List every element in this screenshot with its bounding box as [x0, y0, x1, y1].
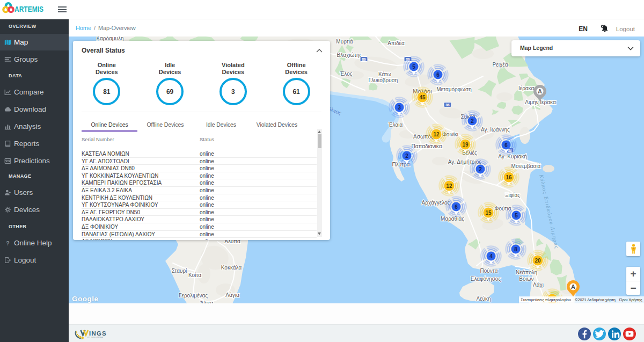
svg-text:6: 6: [455, 204, 458, 210]
svg-text:Κάτω: Κάτω: [378, 71, 391, 77]
svg-text:ICT SOLUTIONS: ICT SOLUTIONS: [87, 337, 104, 339]
svg-text:Ρειχέα: Ρειχέα: [493, 62, 508, 68]
svg-text:Βοιών: Βοιών: [519, 276, 533, 282]
svg-text:You: You: [628, 332, 631, 334]
svg-text:3: 3: [398, 105, 401, 111]
svg-text:86: 86: [362, 57, 366, 61]
svg-text:6: 6: [504, 142, 508, 148]
svg-text:Έλος: Έλος: [339, 71, 352, 77]
svg-text:16: 16: [506, 174, 512, 180]
svg-text:Πούντα: Πούντα: [480, 268, 498, 274]
svg-text:Μεταμόρφωση: Μεταμόρφωση: [436, 86, 471, 92]
svg-text:A: A: [538, 88, 542, 94]
svg-text:15: 15: [485, 210, 492, 216]
svg-text:Γερολιμένας: Γερολιμένας: [179, 293, 208, 299]
svg-text:2: 2: [471, 118, 474, 124]
svg-text:Λάχι: Λάχι: [533, 282, 544, 288]
svg-text:Έλαια: Έλαια: [388, 122, 403, 128]
svg-text:2: 2: [479, 166, 482, 172]
svg-text:45: 45: [419, 94, 426, 100]
svg-text:Λάγια: Λάγια: [225, 292, 239, 298]
svg-text:5: 5: [412, 64, 415, 70]
svg-text:Ξιφίας: Ξιφίας: [505, 192, 520, 198]
svg-text:Ελαφόνησος: Ελαφόνησος: [471, 276, 501, 282]
svg-text:Κοκκάλα: Κοκκάλα: [221, 265, 242, 271]
svg-text:5: 5: [515, 213, 518, 219]
svg-text:8: 8: [514, 246, 517, 252]
svg-text:Μονεμβασιά: Μονεμβασιά: [511, 163, 541, 169]
svg-text:20: 20: [535, 258, 541, 264]
svg-text:Αγ. Ιωάννης: Αγ. Ιωάννης: [481, 127, 510, 133]
svg-text:?: ?: [6, 239, 9, 246]
svg-text:2: 2: [405, 153, 408, 159]
svg-text:Νεάπολη: Νεάπολη: [516, 270, 537, 275]
svg-text:Λεύκη: Λεύκη: [476, 296, 491, 302]
svg-text:INGS: INGS: [89, 330, 107, 337]
svg-text:Άλικα: Άλικα: [200, 300, 214, 303]
svg-text:Κοίτα: Κοίτα: [188, 272, 201, 278]
svg-text:6: 6: [436, 72, 440, 78]
svg-text:4: 4: [489, 253, 493, 259]
svg-text:12: 12: [433, 132, 440, 137]
svg-text:86: 86: [445, 103, 450, 107]
svg-text:19: 19: [462, 142, 469, 148]
svg-text:A: A: [571, 283, 575, 290]
svg-text:Βλαχιώτης: Βλαχιώτης: [337, 52, 362, 58]
svg-text:Μυρτιά: Μυρτιά: [336, 39, 353, 45]
svg-text:Μαραθιάς: Μαραθιάς: [441, 216, 464, 222]
svg-text:Γλυκόβρυση: Γλυκόβρυση: [369, 77, 398, 83]
svg-text:ARTEMIS: ARTEMIS: [14, 4, 43, 13]
svg-text:Απιδέα: Απιδέα: [387, 40, 405, 46]
svg-text:Σταυρί: Σταυρί: [172, 268, 187, 274]
svg-text:12: 12: [446, 183, 452, 189]
svg-text:Αρχάγγελος: Αρχάγγελος: [422, 200, 450, 206]
